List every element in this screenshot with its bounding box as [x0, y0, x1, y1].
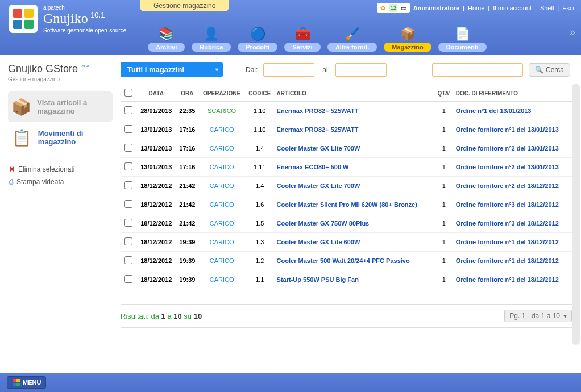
cell-operazione: CARICO — [210, 276, 234, 283]
col-data: DATA — [136, 85, 176, 102]
cell-qta: 1 — [434, 102, 454, 120]
print-view-action[interactable]: ⎙Stampa videata — [8, 176, 113, 188]
date-to-input[interactable] — [335, 63, 387, 77]
brand-area: alpatech Gnujiko 10.1 Software gestional… — [9, 5, 126, 34]
table-row: 13/01/201317:16CARICO1.11Enermax ECO80+ … — [121, 158, 572, 177]
row-checkbox[interactable] — [125, 144, 132, 152]
search-input[interactable] — [432, 63, 523, 77]
article-link[interactable]: Cooler Master 500 Watt 20/24+4 PFC Passi… — [277, 257, 410, 264]
link-home[interactable]: Home — [468, 5, 484, 11]
cell-qta: 1 — [434, 233, 454, 252]
main-panel: Tutti i magazzini Dal: al: 🔍Cerca DATA O… — [117, 55, 581, 370]
nav-icon: 📦 — [397, 26, 418, 43]
nav-icon: 🖌️ — [342, 26, 363, 43]
cell-operazione: CARICO — [210, 182, 234, 189]
date-from-input[interactable] — [263, 63, 314, 77]
doc-link[interactable]: Ordine fornitore n°2 del 13/01/2013 — [456, 145, 559, 152]
cell-qta: 1 — [434, 139, 454, 158]
row-checkbox[interactable] — [125, 256, 132, 264]
nav-item-altrefornit[interactable]: 🖌️Altre fornit. — [327, 26, 377, 52]
expand-nav-icon[interactable]: » — [570, 26, 575, 38]
doc-link[interactable]: Ordine fornitore n°2 del 13/01/2013 — [456, 164, 559, 170]
menu-button[interactable]: MENU — [7, 376, 46, 389]
user-label: Amministratore — [413, 5, 459, 11]
nav-item-documenti[interactable]: 📄Documenti — [438, 26, 487, 52]
doc-link[interactable]: Ordine fornitore n°1 del 13/01/2013 — [456, 126, 559, 133]
row-checkbox[interactable] — [125, 275, 132, 283]
warehouse-dropdown[interactable]: Tutti i magazzini — [121, 62, 223, 77]
results-prefix: Risultati: da — [121, 312, 159, 320]
context-tab: Gestione magazzino — [140, 0, 229, 11]
nav-label: Rubrica — [192, 43, 231, 52]
row-checkbox[interactable] — [125, 200, 132, 208]
article-link[interactable]: Enermax PRO82+ 525WATT — [277, 107, 359, 114]
header-tool-icons[interactable]: ✿ 12 ▭ — [377, 3, 410, 13]
article-link[interactable]: Cooler Master GX 750W 80Plus — [277, 220, 370, 227]
cell-operazione: CARICO — [210, 126, 234, 133]
results-to: 10 — [173, 312, 181, 320]
nav-item-archivi[interactable]: 📚Archivi — [148, 26, 185, 52]
sidebar-item-1[interactable]: 📋Movimenti di magazzino — [8, 122, 113, 153]
nav-item-servizi[interactable]: 🧰Servizi — [284, 26, 320, 52]
row-checkbox[interactable] — [125, 106, 132, 114]
delete-selected-label: Elimina selezionati — [18, 165, 74, 173]
cell-qta: 1 — [434, 120, 454, 139]
nav-icon: 👤 — [201, 26, 222, 43]
cell-operazione: CARICO — [210, 201, 234, 208]
cell-qta: 1 — [434, 252, 454, 270]
nav-item-prodotti[interactable]: 🔵Prodotti — [238, 26, 277, 52]
doc-link[interactable]: Ordine fornitore n°3 del 18/12/2012 — [456, 201, 559, 208]
article-link[interactable]: Cooler Master GX Lite 700W — [277, 145, 360, 152]
nav-label: Documenti — [438, 43, 487, 52]
print-view-label: Stampa videata — [16, 178, 64, 186]
nav-icon: 🔵 — [247, 26, 268, 43]
cell-codice: 1.4 — [245, 177, 275, 195]
cell-operazione: SCARICO — [208, 107, 236, 114]
row-checkbox[interactable] — [125, 237, 132, 245]
nav-icon: 📄 — [452, 26, 472, 43]
gear-icon: ✿ — [379, 4, 387, 12]
nav-item-rubrica[interactable]: 👤Rubrica — [192, 26, 231, 52]
col-ora: ORA — [176, 85, 198, 102]
row-checkbox[interactable] — [125, 181, 132, 189]
cell-ora: 21:42 — [176, 195, 198, 214]
nav-item-magazzino[interactable]: 📦Magazzino — [384, 26, 431, 52]
sidebar-item-0[interactable]: 📦Vista articoli a magazzino — [8, 91, 113, 122]
article-link[interactable]: Enermax PRO82+ 525WATT — [277, 126, 359, 133]
article-link[interactable]: Cooler Master GX Lite 700W — [277, 182, 360, 189]
brand-title: Gnujiko — [43, 11, 88, 26]
article-link[interactable]: Cooler Master Silent Pro MII 620W (80+ B… — [277, 201, 417, 208]
cell-data: 28/01/2013 — [136, 102, 176, 120]
brand-subtitle: Software gestionale open-source — [43, 27, 126, 34]
sidebar-item-label: Vista articoli a magazzino — [37, 98, 109, 115]
article-link[interactable]: Cooler Master GX Lite 600W — [277, 239, 360, 245]
cell-ora: 19:39 — [176, 270, 198, 289]
row-checkbox[interactable] — [125, 162, 132, 170]
link-shell[interactable]: Shell — [540, 5, 554, 11]
link-logout[interactable]: Esci — [562, 5, 574, 11]
print-icon: ⎙ — [9, 178, 13, 186]
table-row: 28/01/201322:35SCARICO1.10Enermax PRO82+… — [121, 102, 572, 120]
cell-data: 13/01/2013 — [136, 120, 176, 139]
link-account[interactable]: Il mio account — [493, 5, 532, 11]
doc-link[interactable]: Ordine n°1 del 13/01/2013 — [456, 107, 532, 114]
article-link[interactable]: Start-Up 550W PSU Big Fan — [277, 276, 359, 283]
brand-version: 10.1 — [90, 11, 105, 19]
delete-selected-action[interactable]: ✖Elimina selezionati — [8, 163, 113, 176]
nav-label: Altre fornit. — [327, 43, 377, 52]
article-link[interactable]: Enermax ECO80+ 500 W — [277, 164, 349, 170]
cell-data: 13/01/2013 — [136, 158, 176, 177]
doc-link[interactable]: Ordine fornitore n°2 del 18/12/2012 — [456, 182, 559, 189]
doc-link[interactable]: Ordine fornitore n°1 del 18/12/2012 — [456, 239, 559, 245]
doc-link[interactable]: Ordine fornitore n°1 del 18/12/2012 — [456, 276, 559, 283]
select-all-checkbox[interactable] — [125, 89, 132, 97]
row-checkbox[interactable] — [125, 219, 132, 227]
doc-link[interactable]: Ordine fornitore n°3 del 18/12/2012 — [456, 220, 559, 227]
sidebar-item-icon: 📋 — [11, 127, 32, 148]
pager-dropdown[interactable]: Pg. 1 - da 1 a 10▾ — [504, 310, 572, 322]
vertical-scrollbar[interactable] — [572, 84, 580, 345]
doc-link[interactable]: Ordine fornitore n°1 del 18/12/2012 — [456, 257, 559, 264]
search-button[interactable]: 🔍Cerca — [529, 63, 570, 77]
row-checkbox[interactable] — [125, 125, 132, 133]
sidebar-item-icon: 📦 — [11, 96, 31, 118]
